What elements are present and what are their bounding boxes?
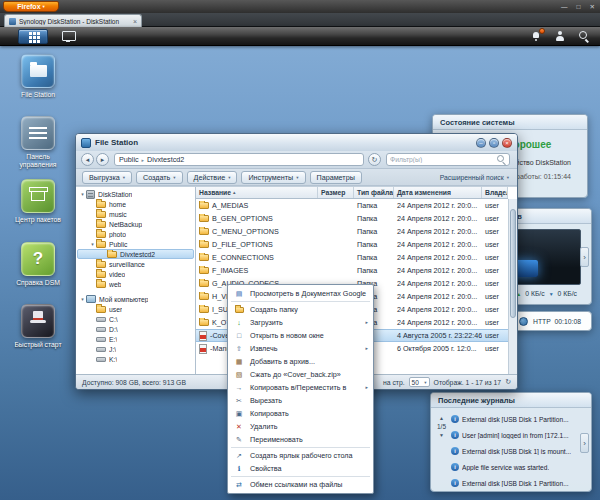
window-maximize-button[interactable]: □ bbox=[577, 2, 581, 11]
tree-item[interactable]: photo bbox=[77, 229, 194, 239]
recent-logs-header[interactable]: Последние журналы bbox=[431, 393, 591, 408]
pager-down-icon[interactable]: ▼ bbox=[434, 432, 449, 438]
system-status-header[interactable]: Состояние системы bbox=[433, 115, 587, 130]
forward-button[interactable]: ▸ bbox=[96, 153, 109, 166]
file-row[interactable]: C_MENU_OPTIONSПапка24 Апреля 2012 г. 20:… bbox=[196, 225, 508, 238]
context-menu-item[interactable]: ↓Загрузить▸ bbox=[228, 316, 373, 329]
context-menu-item[interactable]: ✕Удалить bbox=[228, 420, 373, 433]
context-menu-item[interactable]: ▧Сжать до «Cover_back.zip» bbox=[228, 368, 373, 381]
tree-item[interactable]: K:\ bbox=[77, 354, 194, 364]
window-minimize-button[interactable]: — bbox=[561, 2, 568, 11]
desktop-icon-dsm-help[interactable]: ?Справка DSM bbox=[8, 242, 68, 287]
file-row[interactable]: E_CONNECTIONSПапка24 Апреля 2012 г. 20:0… bbox=[196, 251, 508, 264]
context-menu-item[interactable]: ℹСвойства bbox=[228, 462, 373, 475]
context-menu-item[interactable]: ✂Вырезать bbox=[228, 394, 373, 407]
tree-item-label: video bbox=[109, 271, 125, 278]
column-header[interactable]: Название▴ bbox=[196, 187, 318, 198]
scrollbar[interactable] bbox=[508, 199, 517, 374]
expand-arrow-icon[interactable]: › bbox=[580, 247, 589, 267]
firefox-menu-button[interactable]: Firefox ▾ bbox=[3, 1, 59, 12]
window-close-button[interactable]: ✕ bbox=[590, 2, 595, 11]
tree-item[interactable]: ▾DiskStation bbox=[77, 189, 194, 199]
context-menu-item[interactable]: Создать папку bbox=[228, 303, 373, 316]
context-menu-item[interactable]: ▦Добавить в архив... bbox=[228, 355, 373, 368]
menu-item-label: Извлечь bbox=[250, 344, 278, 353]
user-menu-button[interactable] bbox=[555, 31, 566, 42]
main-menu-button[interactable] bbox=[18, 29, 48, 44]
toolbar-button[interactable]: Создать▾ bbox=[136, 171, 183, 184]
file-row[interactable]: A_MEDIASПапка24 Апреля 2012 г. 20:0...us… bbox=[196, 199, 508, 212]
tree-item[interactable]: J:\ bbox=[77, 344, 194, 354]
notifications-button[interactable] bbox=[531, 31, 542, 42]
desktop-icon-quick-start[interactable]: Быстрый старт bbox=[8, 304, 68, 349]
tree-item[interactable]: D:\ bbox=[77, 324, 194, 334]
desktop-icon-control-panel[interactable]: Панель управления bbox=[8, 116, 68, 169]
submenu-arrow-icon: ▸ bbox=[365, 381, 368, 394]
filter-input[interactable] bbox=[390, 156, 497, 163]
expander-icon[interactable]: ▾ bbox=[89, 241, 96, 247]
tree-item[interactable]: Divxtestcd2 bbox=[77, 249, 194, 259]
expander-icon[interactable]: ▾ bbox=[79, 296, 86, 302]
file-row[interactable]: F_IMAGESПапка24 Апреля 2012 г. 20:0...us… bbox=[196, 264, 508, 277]
context-menu-item[interactable]: ▤Просмотреть в Документах Google bbox=[228, 287, 373, 300]
tree-item[interactable]: E:\ bbox=[77, 334, 194, 344]
tree-item[interactable]: home bbox=[77, 199, 194, 209]
tree-item[interactable]: surveillance bbox=[77, 259, 194, 269]
minimize-button[interactable]: – bbox=[476, 138, 486, 148]
context-menu-item[interactable]: ⇧Извлечь▸ bbox=[228, 342, 373, 355]
context-menu-item[interactable]: ▣Копировать bbox=[228, 407, 373, 420]
tree-item[interactable]: C:\ bbox=[77, 314, 194, 324]
desktop-icon-package-center[interactable]: Центр пакетов bbox=[8, 179, 68, 224]
toolbar-button[interactable]: Инструменты▾ bbox=[241, 171, 305, 184]
sort-asc-icon: ▴ bbox=[233, 187, 236, 198]
rename-icon: ✎ bbox=[233, 433, 245, 446]
tree-item[interactable]: video bbox=[77, 269, 194, 279]
file-type: Папка bbox=[354, 240, 394, 249]
column-header[interactable]: Размер bbox=[318, 187, 354, 198]
tree-item[interactable]: NetBackup bbox=[77, 219, 194, 229]
file-row[interactable]: D_FILE_OPTIONSПапка24 Апреля 2012 г. 20:… bbox=[196, 238, 508, 251]
pager-up-icon[interactable]: ▲ bbox=[434, 415, 449, 421]
context-menu-item[interactable]: ✎Переименовать bbox=[228, 433, 373, 446]
browser-tab[interactable]: Synology DiskStation - DiskStation × bbox=[4, 14, 142, 27]
toolbar-button[interactable]: Параметры bbox=[310, 171, 362, 184]
expand-arrow-icon[interactable]: › bbox=[580, 433, 589, 453]
log-entry-text: External disk [USB Disk 1] is mount... bbox=[462, 448, 571, 455]
refresh-button[interactable]: ↻ bbox=[368, 153, 381, 166]
tree-item[interactable]: ▾Мой компьютер bbox=[77, 294, 194, 304]
file-date: 24 Апреля 2012 г. 20:0... bbox=[394, 266, 482, 275]
toolbar-button[interactable]: Действие▾ bbox=[187, 171, 238, 184]
context-menu-item[interactable]: ↗Создать ярлык рабочего стола bbox=[228, 449, 373, 462]
back-button[interactable]: ◂ bbox=[81, 153, 94, 166]
column-header[interactable]: Владелец bbox=[482, 187, 508, 198]
desktop-icon-file-station[interactable]: File Station bbox=[8, 54, 68, 99]
expander-icon[interactable]: ▾ bbox=[79, 191, 86, 197]
search-button[interactable] bbox=[579, 31, 590, 42]
drive-icon bbox=[96, 317, 106, 322]
close-button[interactable]: × bbox=[502, 138, 512, 148]
show-desktop-button[interactable] bbox=[56, 29, 80, 44]
maximize-button[interactable]: ▫ bbox=[489, 138, 499, 148]
tree-item[interactable]: web bbox=[77, 279, 194, 289]
context-menu-item[interactable]: □Открыть в новом окне bbox=[228, 329, 373, 342]
breadcrumb-segment[interactable]: Public bbox=[119, 155, 139, 164]
refresh-icon[interactable]: ↻ bbox=[505, 378, 511, 386]
log-entry: iExternal disk [USB Disk 1 Partition... bbox=[451, 411, 578, 427]
tree-item[interactable]: user bbox=[77, 304, 194, 314]
breadcrumb[interactable]: Public▸Divxtestcd2 bbox=[114, 153, 364, 166]
tree-item-label: NetBackup bbox=[109, 221, 142, 228]
context-menu-item[interactable]: →Копировать в/Переместить в▸ bbox=[228, 381, 373, 394]
advanced-search-link[interactable]: Расширенный поиск ▾ bbox=[440, 174, 509, 181]
toolbar-button[interactable]: Выгрузка▾ bbox=[82, 171, 132, 184]
tree-item[interactable]: music bbox=[77, 209, 194, 219]
per-page-select[interactable]: 50 ▾ bbox=[409, 377, 430, 387]
context-menu-item[interactable]: ⇄Обмен ссылками на файлы bbox=[228, 478, 373, 491]
scrollbar-thumb[interactable] bbox=[510, 209, 516, 318]
tree-item[interactable]: ▾Public bbox=[77, 239, 194, 249]
tab-close-icon[interactable]: × bbox=[133, 18, 137, 25]
file-row[interactable]: B_GEN_OPTIONSПапка24 Апреля 2012 г. 20:0… bbox=[196, 212, 508, 225]
column-header[interactable]: Дата изменения bbox=[394, 187, 482, 198]
column-header[interactable]: Тип файла bbox=[354, 187, 394, 198]
file-station-titlebar[interactable]: File Station – ▫ × bbox=[76, 134, 517, 151]
breadcrumb-segment[interactable]: Divxtestcd2 bbox=[147, 155, 184, 164]
